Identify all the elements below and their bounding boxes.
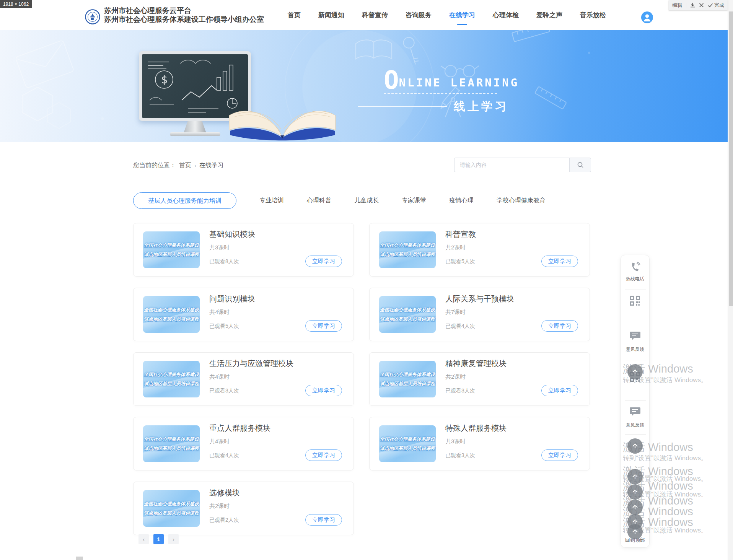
course-card[interactable]: 全国社会心理服务体系建设 试点地区基层人员培训课程 基础知识模块 共3课时 已观… xyxy=(133,223,354,277)
user-avatar[interactable] xyxy=(641,11,653,23)
breadcrumb-separator-icon: › xyxy=(194,163,196,169)
course-title: 生活压力与应激管理模块 xyxy=(209,358,293,369)
learn-now-button[interactable]: 立即学习 xyxy=(305,385,342,396)
qr-code-icon xyxy=(629,295,641,306)
banner-dashed-line xyxy=(384,93,497,94)
close-icon[interactable] xyxy=(699,3,704,8)
course-card[interactable]: 全国社会心理服务体系建设 试点地区基层人员培训课程 重点人群服务模块 共4课时 … xyxy=(133,417,354,470)
thumbnail-text-line1: 全国社会心理服务体系建设 xyxy=(144,371,199,378)
download-icon[interactable] xyxy=(690,2,696,8)
course-card[interactable]: 全国社会心理服务体系建设 试点地区基层人员培训课程 人际关系与干预模块 共7课时… xyxy=(369,288,590,341)
arrow-up-icon xyxy=(627,364,643,379)
course-view-count: 已观看4人次 xyxy=(445,323,475,330)
tab-2[interactable]: 心理科普 xyxy=(307,197,331,205)
dimension-badge: 1918 × 1062 xyxy=(0,0,32,8)
learn-now-button[interactable]: 立即学习 xyxy=(305,256,342,267)
course-title: 重点人群服务模块 xyxy=(209,423,270,433)
course-title: 基础知识模块 xyxy=(209,229,255,239)
search-icon xyxy=(577,161,584,168)
learn-now-button[interactable]: 立即学习 xyxy=(541,256,578,267)
course-title: 问题识别模块 xyxy=(209,294,255,304)
learn-now-button[interactable]: 立即学习 xyxy=(305,514,342,526)
feedback-button[interactable] xyxy=(621,330,649,342)
feedback-button[interactable] xyxy=(621,406,649,417)
course-card[interactable]: 全国社会心理服务体系建设 试点地区基层人员培训课程 选修模块 共2课时 已观看2… xyxy=(133,482,354,535)
nav-item-5[interactable]: 心理体检 xyxy=(493,11,519,20)
hotline-button[interactable] xyxy=(621,261,649,273)
course-title: 特殊人群服务模块 xyxy=(445,423,507,433)
nav-item-6[interactable]: 爱聆之声 xyxy=(536,11,562,20)
nav-item-2[interactable]: 科普宣传 xyxy=(362,11,388,20)
bottom-edge-fragment xyxy=(76,557,83,560)
course-thumbnail: 全国社会心理服务体系建设 试点地区基层人员培训课程 xyxy=(379,425,436,462)
course-view-count: 已观看5人次 xyxy=(445,258,475,265)
arrow-up-icon xyxy=(627,484,643,500)
course-card[interactable]: 全国社会心理服务体系建设 试点地区基层人员培训课程 特殊人群服务模块 共3课时 … xyxy=(369,417,590,470)
banner-rule-line xyxy=(358,106,447,107)
course-view-count: 已观看3人次 xyxy=(445,387,475,394)
learn-now-button[interactable]: 立即学习 xyxy=(541,449,578,461)
breadcrumb-home-link[interactable]: 首页 xyxy=(179,161,191,169)
learn-now-button[interactable]: 立即学习 xyxy=(305,449,342,461)
browser-scrollbar[interactable] xyxy=(728,0,733,560)
thumbnail-text-line2: 试点地区基层人员培训课程 xyxy=(380,381,435,387)
tab-3[interactable]: 儿童成长 xyxy=(354,197,379,205)
course-thumbnail: 全国社会心理服务体系建设 试点地区基层人员培训课程 xyxy=(143,296,200,333)
tab-5[interactable]: 疫情心理 xyxy=(449,197,474,205)
banner-title-rest: NLINE LEARNING xyxy=(399,75,519,90)
site-logo-icon xyxy=(85,9,100,24)
learn-now-button[interactable]: 立即学习 xyxy=(305,320,342,332)
nav-item-4[interactable]: 在线学习 xyxy=(449,11,475,20)
tab-0[interactable]: 基层人员心理服务能力培训 xyxy=(133,192,236,209)
edit-button[interactable]: 编辑 xyxy=(672,2,682,9)
thumbnail-text-line2: 试点地区基层人员培训课程 xyxy=(380,251,435,258)
learn-now-button[interactable]: 立即学习 xyxy=(541,320,578,332)
hero-banner: $ xyxy=(0,30,733,142)
next-page-button[interactable]: › xyxy=(168,534,179,544)
site-header: 苏州市社会心理服务云平台 苏州市社会心理服务体系建设工作领导小组办公室 首页新闻… xyxy=(0,0,733,30)
toolbar-separator xyxy=(686,3,686,8)
open-book-illustration xyxy=(223,96,342,142)
thumbnail-text-line1: 全国社会心理服务体系建设 xyxy=(380,242,435,249)
arrow-up-icon[interactable] xyxy=(627,524,643,539)
thumbnail-text-line2: 试点地区基层人员培训课程 xyxy=(144,316,199,322)
course-lesson-count: 共2课时 xyxy=(445,244,466,251)
search-input[interactable] xyxy=(454,158,569,172)
banner-title-block: O NLINE LEARNING 线上学习 xyxy=(384,70,519,114)
course-title: 科普宣教 xyxy=(445,229,476,239)
panel-divider xyxy=(625,360,646,360)
arrow-up-icon xyxy=(627,438,643,454)
prev-page-button[interactable]: ‹ xyxy=(138,534,149,544)
panel-divider xyxy=(625,325,646,325)
course-card[interactable]: 全国社会心理服务体系建设 试点地区基层人员培训课程 精神康复管理模块 共2课时 … xyxy=(369,352,590,406)
course-lesson-count: 共2课时 xyxy=(445,373,466,381)
search-button[interactable] xyxy=(569,158,591,172)
course-lesson-count: 共3课时 xyxy=(209,244,230,251)
tab-4[interactable]: 专家课堂 xyxy=(402,197,426,205)
breadcrumb-current: 在线学习 xyxy=(199,161,224,169)
qr-code-button[interactable] xyxy=(621,295,649,306)
course-lesson-count: 共4课时 xyxy=(209,309,230,316)
search-bar xyxy=(454,158,591,172)
nav-item-3[interactable]: 咨询服务 xyxy=(406,11,432,20)
nav-item-1[interactable]: 新闻通知 xyxy=(318,11,344,20)
learn-now-button[interactable]: 立即学习 xyxy=(541,385,578,396)
thumbnail-text-line1: 全国社会心理服务体系建设 xyxy=(144,436,199,443)
thumbnail-text-line1: 全国社会心理服务体系建设 xyxy=(380,436,435,443)
course-card[interactable]: 全国社会心理服务体系建设 试点地区基层人员培训课程 问题识别模块 共4课时 已观… xyxy=(133,288,354,341)
svg-text:$: $ xyxy=(161,73,168,86)
done-button[interactable]: 完成 xyxy=(708,2,724,9)
done-label: 完成 xyxy=(714,2,724,9)
course-title: 精神康复管理模块 xyxy=(445,358,507,369)
nav-item-7[interactable]: 音乐放松 xyxy=(580,11,606,20)
tab-1[interactable]: 专业培训 xyxy=(259,197,284,205)
tab-6[interactable]: 学校心理健康教育 xyxy=(497,197,546,205)
nav-item-0[interactable]: 首页 xyxy=(288,11,301,20)
thumbnail-text-line1: 全国社会心理服务体系建设 xyxy=(144,307,199,313)
course-card[interactable]: 全国社会心理服务体系建设 试点地区基层人员培训课程 生活压力与应激管理模块 共4… xyxy=(133,352,354,406)
page-1-button[interactable]: 1 xyxy=(153,534,164,544)
course-card[interactable]: 全国社会心理服务体系建设 试点地区基层人员培训课程 科普宣教 共2课时 已观看5… xyxy=(369,223,590,277)
site-title-line2: 苏州市社会心理服务体系建设工作领导小组办公室 xyxy=(104,15,264,24)
ruler2-doodle-icon xyxy=(535,86,567,109)
scrollbar-thumb[interactable] xyxy=(729,11,733,306)
